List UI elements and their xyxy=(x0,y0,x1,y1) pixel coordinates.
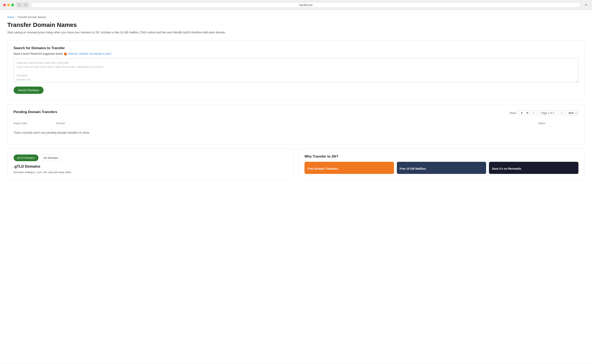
tab-group: gTLD Domains UK Domains xyxy=(13,155,288,161)
sort-wrapper: Sort xyxy=(566,110,579,116)
page-content: Home / Transfer Domain Names Transfer Do… xyxy=(0,10,592,364)
page-subtitle: Start saving on renewal prices today whe… xyxy=(7,30,585,35)
search-card: Search for Domains to Transfer Need a ha… xyxy=(7,40,585,100)
gtld-card: gTLD Domains UK Domains .gTLD Domains Do… xyxy=(7,149,294,180)
why-title: Why Transfer to 20i? xyxy=(304,155,579,159)
help-link[interactable]: How do I transfer my domain to you? xyxy=(68,52,111,55)
breadcrumb: Home / Transfer Domain Names xyxy=(7,16,585,19)
back-button[interactable]: < xyxy=(16,2,22,7)
col-header-expiry: Expiry Date xyxy=(13,122,54,125)
prev-page-button[interactable]: < xyxy=(531,110,537,116)
breadcrumb-separator: / xyxy=(16,16,16,19)
page-title: Transfer Domain Names xyxy=(7,21,585,28)
why-item-renewals: Save £'s on Renewals xyxy=(489,162,579,174)
forward-button[interactable]: > xyxy=(23,2,28,7)
bottom-row: gTLD Domains UK Domains .gTLD Domains Do… xyxy=(7,149,585,180)
pending-transfers-card: Pending Domain Transfers Show: 5 10 25 <… xyxy=(7,104,585,144)
close-button[interactable] xyxy=(3,4,6,6)
gtld-desc: Domains ending in .com .net .org and man… xyxy=(13,170,288,174)
pending-controls: Show: 5 10 25 < Page 1 of 1 > Sort xyxy=(509,110,579,116)
address-bar[interactable]: my.20i.com xyxy=(31,2,581,8)
traffic-lights xyxy=(3,4,14,6)
browser-chrome: < > my.20i.com + xyxy=(0,0,592,10)
why-item-free-transfers: Free Domain Transfers xyxy=(304,162,394,174)
maximize-button[interactable] xyxy=(11,4,14,6)
domain-textarea[interactable] xyxy=(13,58,579,83)
empty-message: There currently aren't any pending domai… xyxy=(13,127,579,138)
why-transfer-card: Why Transfer to 20i? Free Domain Transfe… xyxy=(298,149,585,180)
show-count-select[interactable]: 5 10 25 xyxy=(518,110,529,116)
pending-transfers-title: Pending Domain Transfers xyxy=(13,110,57,114)
why-item-label-0: Free Domain Transfers xyxy=(307,167,338,170)
why-item-label-2: Save £'s on Renewals xyxy=(492,167,521,170)
minimize-button[interactable] xyxy=(7,4,10,6)
nav-buttons: < > xyxy=(16,2,28,7)
why-item-label-1: Free 10 GB Mailbox xyxy=(400,167,426,170)
pending-header: Pending Domain Transfers Show: 5 10 25 <… xyxy=(13,110,579,116)
breadcrumb-home-link[interactable]: Home xyxy=(7,16,14,19)
why-item-mailbox: Free 10 GB Mailbox xyxy=(397,162,486,174)
show-label: Show: xyxy=(509,111,517,114)
why-cards-container: Free Domain Transfers Free 10 GB Mailbox… xyxy=(304,162,579,174)
search-domains-button[interactable]: Search Domains xyxy=(13,87,44,94)
new-tab-button[interactable]: + xyxy=(583,2,589,8)
col-header-domain: Domain xyxy=(56,122,536,125)
col-header-status: Status xyxy=(538,122,579,125)
page-info: Page 1 of 1 xyxy=(538,110,557,116)
table-header: Expiry Date Domain Status xyxy=(13,120,579,127)
tab-uk[interactable]: UK Domains xyxy=(40,155,62,161)
help-text: Need a hand? Read this suggested article… xyxy=(13,52,579,55)
breadcrumb-current: Transfer Domain Names xyxy=(17,16,46,19)
next-page-button[interactable]: > xyxy=(558,110,565,116)
search-card-title: Search for Domains to Transfer xyxy=(13,46,579,50)
sort-select[interactable]: Sort xyxy=(566,110,579,116)
gtld-title: .gTLD Domains xyxy=(13,164,288,169)
tab-gtld[interactable]: gTLD Domains xyxy=(13,155,39,161)
help-icon xyxy=(64,52,67,55)
